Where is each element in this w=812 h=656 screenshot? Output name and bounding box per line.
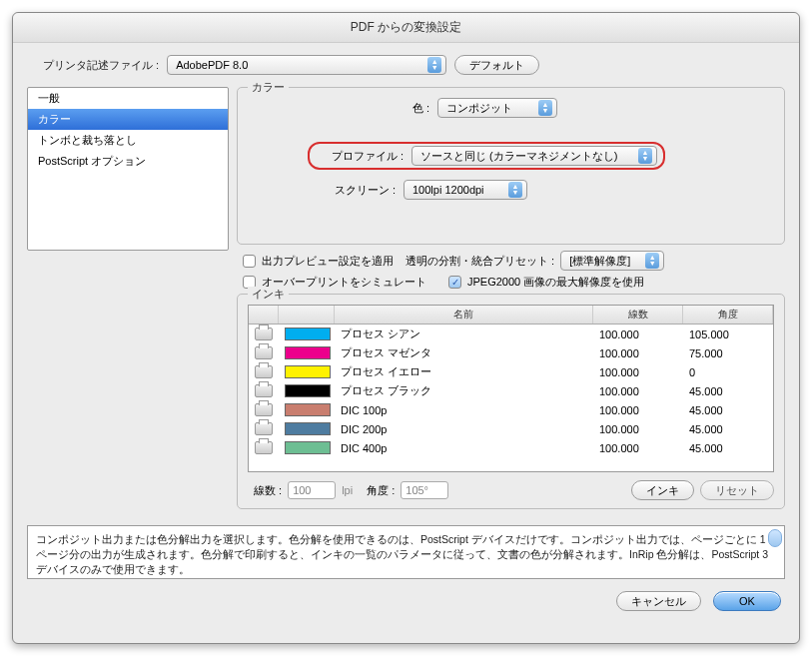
ink-angle: 105.000 (683, 328, 773, 341)
ink-name: プロセス シアン (335, 326, 593, 342)
ink-name: プロセス ブラック (335, 382, 593, 399)
printer-icon (255, 365, 273, 378)
ok-button[interactable]: OK (713, 591, 781, 611)
color-swatch (285, 403, 331, 416)
color-legend: カラー (248, 80, 289, 95)
apply-preview-checkbox[interactable] (243, 255, 256, 268)
cancel-button[interactable]: キャンセル (616, 591, 701, 611)
color-swatch (285, 346, 331, 359)
table-row[interactable]: プロセス イエロー100.0000 (249, 362, 773, 381)
profile-highlight: プロファイル : ソースと同じ (カラーマネジメントなし) ▲▼ (308, 142, 665, 170)
reset-button[interactable]: リセット (700, 480, 774, 500)
ink-angle: 45.000 (683, 441, 773, 455)
th-lines: 線数 (593, 306, 683, 324)
ink-fieldset: インキ 名前 線数 角度 プロセス シアン100.000105.000プロセス … (237, 294, 785, 509)
sidebar: 一般カラートンボと裁ち落としPostScript オプション (27, 87, 229, 251)
ink-angle: 45.000 (683, 384, 773, 398)
jpeg2000-label: JPEG2000 画像の最大解像度を使用 (467, 275, 644, 290)
printer-icon (255, 346, 273, 359)
color-swatch (285, 328, 331, 340)
th-icon (249, 306, 279, 324)
printer-icon (255, 422, 273, 435)
apply-preview-label: 出力プレビュー設定を適用 (262, 254, 394, 269)
chevron-updown-icon: ▲▼ (645, 253, 659, 269)
ink-angle: 0 (683, 365, 773, 379)
dialog: PDF からの変換設定 プリンタ記述ファイル : AdobePDF 8.0 ▲▼… (12, 12, 800, 644)
scrollbar-thumb[interactable] (768, 529, 782, 547)
dialog-title: PDF からの変換設定 (13, 13, 799, 43)
printer-file-value: AdobePDF 8.0 (176, 59, 248, 71)
th-angle: 角度 (683, 306, 773, 324)
flatten-label: 透明の分割・統合プリセット : (406, 254, 554, 269)
sidebar-item-postscript[interactable]: PostScript オプション (28, 151, 228, 172)
table-row[interactable]: プロセス ブラック100.00045.000 (249, 381, 773, 400)
ink-name: DIC 100p (335, 403, 593, 417)
ink-lines: 100.000 (593, 346, 683, 360)
default-button[interactable]: デフォルト (454, 55, 539, 75)
ink-lines: 100.000 (593, 365, 683, 379)
ink-name: プロセス イエロー (335, 363, 593, 380)
table-row[interactable]: DIC 400p100.00045.000 (249, 438, 773, 457)
printer-icon (255, 441, 273, 454)
ink-angle: 45.000 (683, 403, 773, 417)
description-text: コンポジット出力または色分解出力を選択します。色分解を使用できるのは、PostS… (36, 533, 768, 575)
color-select[interactable]: コンポジット ▲▼ (437, 98, 557, 118)
ink-button[interactable]: インキ (631, 480, 694, 500)
ink-lines: 100.000 (593, 328, 683, 341)
color-fieldset: カラー 色 : コンポジット ▲▼ プロファイル : ソースと同じ (カラーマネ… (237, 87, 785, 245)
lines-input[interactable] (288, 481, 336, 499)
lines-input-label: 線数 : (254, 483, 282, 498)
description-box: コンポジット出力または色分解出力を選択します。色分解を使用できるのは、PostS… (27, 525, 785, 579)
color-swatch (285, 384, 331, 397)
profile-select[interactable]: ソースと同じ (カラーマネジメントなし) ▲▼ (411, 146, 657, 166)
table-row[interactable]: DIC 100p100.00045.000 (249, 400, 773, 419)
table-row[interactable]: プロセス マゼンタ100.00075.000 (249, 343, 773, 362)
printer-file-select[interactable]: AdobePDF 8.0 ▲▼ (167, 55, 446, 75)
screen-select[interactable]: 100lpi 1200dpi ▲▼ (404, 180, 527, 200)
printer-icon (255, 384, 273, 397)
color-swatch (285, 422, 331, 435)
ink-lines: 100.000 (593, 441, 683, 455)
flatten-select[interactable]: [標準解像度] ▲▼ (560, 251, 664, 271)
angle-input[interactable] (401, 481, 448, 499)
chevron-updown-icon: ▲▼ (508, 182, 522, 198)
ink-name: DIC 200p (335, 422, 593, 436)
color-swatch (285, 441, 331, 454)
ink-lines: 100.000 (593, 422, 683, 436)
ink-name: プロセス マゼンタ (335, 344, 593, 361)
table-row[interactable]: プロセス シアン100.000105.000 (249, 325, 773, 343)
th-name: 名前 (335, 306, 593, 324)
profile-label: プロファイル : (316, 149, 404, 164)
angle-input-label: 角度 : (367, 483, 395, 498)
jpeg2000-checkbox[interactable] (448, 276, 461, 289)
screen-label: スクリーン : (308, 183, 396, 198)
sidebar-item-general[interactable]: 一般 (28, 88, 228, 109)
chevron-updown-icon: ▲▼ (427, 57, 441, 73)
ink-table: 名前 線数 角度 プロセス シアン100.000105.000プロセス マゼンタ… (248, 305, 774, 472)
chevron-updown-icon: ▲▼ (538, 100, 552, 116)
th-swatch (279, 306, 335, 324)
printer-icon (255, 328, 273, 340)
ink-name: DIC 400p (335, 441, 593, 455)
color-swatch (285, 365, 331, 378)
lines-unit: lpi (342, 484, 353, 496)
ink-lines: 100.000 (593, 384, 683, 398)
sidebar-item-color[interactable]: カラー (28, 109, 228, 130)
ink-angle: 75.000 (683, 346, 773, 360)
color-label: 色 : (390, 101, 429, 116)
chevron-updown-icon: ▲▼ (638, 148, 652, 164)
printer-icon (255, 403, 273, 416)
sidebar-item-marks[interactable]: トンボと裁ち落とし (28, 130, 228, 151)
ink-angle: 45.000 (683, 422, 773, 436)
table-row[interactable]: DIC 200p100.00045.000 (249, 419, 773, 438)
printer-file-label: プリンタ記述ファイル : (43, 58, 159, 73)
ink-legend: インキ (248, 287, 289, 302)
ink-lines: 100.000 (593, 403, 683, 417)
